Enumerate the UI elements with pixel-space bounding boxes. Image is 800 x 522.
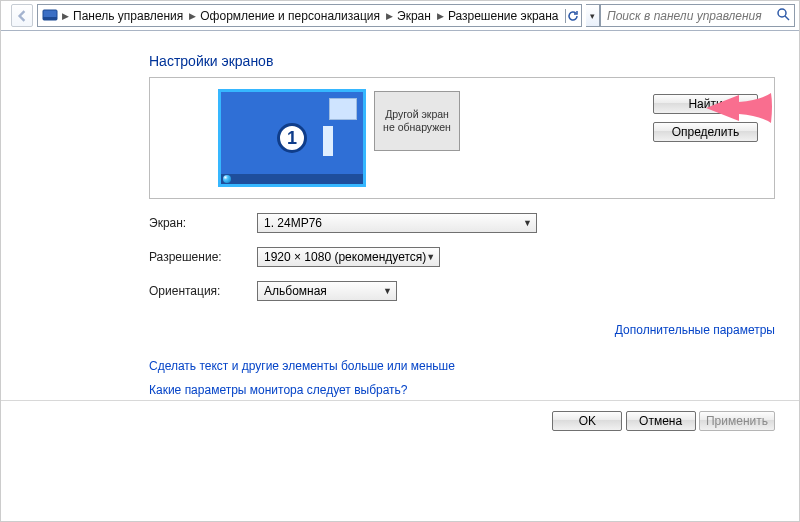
screen-dropdown[interactable]: 1. 24MP76 ▼ bbox=[257, 213, 537, 233]
which-monitor-link[interactable]: Какие параметры монитора следует выбрать… bbox=[149, 383, 775, 397]
display-preview-area: 1 Другой экран не обнаружен Найти Опреде… bbox=[149, 77, 775, 199]
breadcrumb[interactable]: ▶ Панель управления ▶ Оформление и персо… bbox=[37, 4, 582, 27]
dropdown-value: 1. 24MP76 bbox=[264, 216, 322, 230]
history-dropdown-button[interactable]: ▾ bbox=[586, 4, 600, 27]
identify-button[interactable]: Определить bbox=[653, 122, 758, 142]
svg-rect-1 bbox=[43, 17, 57, 20]
breadcrumb-item[interactable]: Экран bbox=[393, 5, 437, 26]
dialog-footer: OK Отмена Применить bbox=[1, 400, 799, 431]
cancel-button[interactable]: Отмена bbox=[626, 411, 696, 431]
text-size-link[interactable]: Сделать текст и другие элементы больше и… bbox=[149, 359, 775, 373]
search-input[interactable] bbox=[605, 8, 765, 24]
chevron-right-icon: ▶ bbox=[437, 11, 444, 21]
monitor-number-badge: 1 bbox=[277, 123, 307, 153]
screen-label: Экран: bbox=[149, 216, 257, 230]
advanced-settings-link[interactable]: Дополнительные параметры bbox=[615, 323, 775, 337]
svg-line-3 bbox=[785, 16, 789, 20]
breadcrumb-item[interactable]: Разрешение экрана bbox=[444, 5, 565, 26]
not-detected-label: не обнаружен bbox=[383, 121, 451, 134]
resolution-dropdown[interactable]: 1920 × 1080 (рекомендуется) ▼ bbox=[257, 247, 440, 267]
not-detected-label: Другой экран bbox=[385, 108, 449, 121]
orientation-label: Ориентация: bbox=[149, 284, 257, 298]
svg-point-2 bbox=[778, 9, 786, 17]
monitor-1-preview[interactable]: 1 bbox=[218, 89, 366, 187]
resolution-label: Разрешение: bbox=[149, 250, 257, 264]
search-box[interactable] bbox=[600, 4, 795, 27]
detect-button[interactable]: Найти bbox=[653, 94, 758, 114]
chevron-down-icon: ▼ bbox=[426, 252, 435, 262]
start-orb-icon bbox=[223, 175, 231, 183]
apply-button: Применить bbox=[699, 411, 775, 431]
control-panel-icon bbox=[42, 8, 58, 24]
breadcrumb-item[interactable]: Оформление и персонализация bbox=[196, 5, 386, 26]
section-title: Настройки экранов bbox=[149, 53, 775, 69]
chevron-down-icon: ▼ bbox=[383, 286, 392, 296]
refresh-icon[interactable] bbox=[565, 9, 581, 23]
desktop-gadget-icon bbox=[329, 98, 357, 120]
dropdown-value: 1920 × 1080 (рекомендуется) bbox=[264, 250, 426, 264]
chevron-right-icon: ▶ bbox=[189, 11, 196, 21]
chevron-down-icon: ▼ bbox=[523, 218, 532, 228]
taskbar-preview bbox=[221, 174, 363, 184]
ok-button[interactable]: OK bbox=[552, 411, 622, 431]
breadcrumb-item[interactable]: Панель управления bbox=[69, 5, 189, 26]
chevron-right-icon: ▶ bbox=[386, 11, 393, 21]
nav-back-button[interactable] bbox=[11, 4, 33, 27]
dropdown-value: Альбомная bbox=[264, 284, 327, 298]
chevron-right-icon: ▶ bbox=[62, 11, 69, 21]
search-icon[interactable] bbox=[776, 7, 790, 24]
orientation-dropdown[interactable]: Альбомная ▼ bbox=[257, 281, 397, 301]
monitor-not-detected-preview[interactable]: Другой экран не обнаружен bbox=[374, 91, 460, 151]
desktop-gadget-icon bbox=[323, 126, 333, 156]
